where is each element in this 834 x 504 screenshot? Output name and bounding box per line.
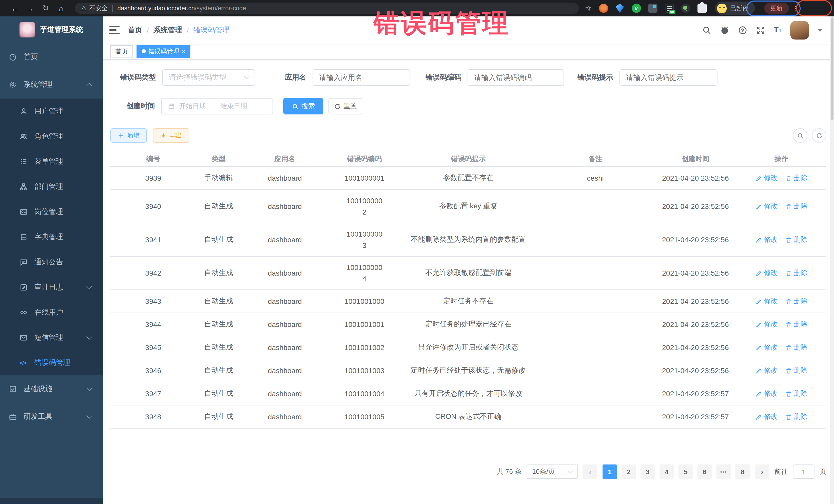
page-button-2[interactable]: 2 bbox=[621, 464, 636, 479]
extensions-puzzle-icon[interactable] bbox=[697, 4, 706, 13]
page-button-8[interactable]: 8 bbox=[736, 464, 750, 479]
cell-actions: 修改 删除 bbox=[737, 319, 826, 330]
error-msg-input[interactable] bbox=[619, 69, 718, 86]
user-avatar[interactable] bbox=[790, 21, 809, 39]
sidebar-item-dictionary[interactable]: 字典管理 bbox=[0, 224, 103, 249]
sidebar-item-posts[interactable]: 岗位管理 bbox=[0, 199, 103, 224]
delete-link[interactable]: 删除 bbox=[785, 366, 808, 375]
prev-page-button[interactable]: ‹ bbox=[583, 464, 597, 479]
sidebar-item-departments[interactable]: 部门管理 bbox=[0, 174, 103, 199]
page-button-4[interactable]: 4 bbox=[659, 464, 674, 479]
chevron-down-icon bbox=[86, 385, 92, 391]
search-icon[interactable] bbox=[702, 25, 711, 35]
tag-error-code[interactable]: 错误码管理 × bbox=[136, 45, 191, 58]
browser-forward-icon[interactable]: → bbox=[23, 4, 38, 13]
extension-icon-orange-shield[interactable] bbox=[599, 4, 608, 13]
sidebar-item-users[interactable]: 用户管理 bbox=[0, 98, 103, 124]
delete-link[interactable]: 删除 bbox=[785, 343, 808, 352]
app-name-input[interactable] bbox=[312, 69, 410, 86]
sidebar-item-menus[interactable]: 菜单管理 bbox=[0, 149, 103, 174]
goto-page-input[interactable] bbox=[793, 464, 814, 479]
edit-link[interactable]: 修改 bbox=[755, 389, 778, 398]
breadcrumb-home[interactable]: 首页 bbox=[128, 25, 142, 35]
page-button-5[interactable]: 5 bbox=[679, 464, 693, 479]
page-button-6[interactable]: 6 bbox=[698, 464, 712, 479]
github-icon[interactable] bbox=[720, 25, 729, 35]
profile-avatar-emoji bbox=[717, 3, 726, 13]
sidebar-item-notices[interactable]: 通知公告 bbox=[0, 249, 103, 275]
error-code-input[interactable] bbox=[467, 69, 564, 86]
extension-icon-dark-list[interactable]: on bbox=[664, 4, 674, 13]
cell-actions: 修改 删除 bbox=[737, 234, 826, 245]
page-more-button[interactable]: ••• bbox=[717, 464, 731, 479]
sidebar-item-error-code[interactable]: </> 错误码管理 bbox=[0, 350, 103, 375]
edit-link[interactable]: 修改 bbox=[755, 268, 778, 278]
error-type-select[interactable]: 请选择错误码类型 bbox=[162, 69, 255, 86]
delete-link[interactable]: 删除 bbox=[785, 202, 808, 211]
browser-back-icon[interactable]: ← bbox=[7, 4, 23, 13]
export-button[interactable]: 导出 bbox=[153, 128, 190, 143]
create-time-range-picker[interactable]: 开始日期 - 结束日期 bbox=[161, 98, 273, 114]
delete-link[interactable]: 删除 bbox=[785, 412, 808, 421]
delete-link[interactable]: 删除 bbox=[785, 235, 808, 244]
sidebar-item-sms[interactable]: 短信管理 bbox=[0, 325, 103, 350]
browser-reload-icon[interactable]: ↻ bbox=[38, 4, 53, 13]
toggle-search-button[interactable] bbox=[793, 128, 807, 143]
delete-link[interactable]: 删除 bbox=[785, 174, 808, 183]
sidebar-item-dev-tools[interactable]: 研发工具 bbox=[0, 403, 103, 431]
search-button[interactable]: 搜索 bbox=[283, 98, 323, 114]
tag-home[interactable]: 首页 bbox=[110, 45, 133, 58]
edit-link[interactable]: 修改 bbox=[755, 202, 778, 211]
edit-link[interactable]: 修改 bbox=[755, 297, 778, 306]
breadcrumb-system[interactable]: 系统管理 bbox=[153, 25, 182, 35]
delete-link[interactable]: 删除 bbox=[785, 297, 808, 306]
browser-update-button[interactable]: 更新 bbox=[764, 3, 789, 14]
add-button[interactable]: 新增 bbox=[110, 128, 147, 143]
sidebar-item-online-users[interactable]: 在线用户 bbox=[0, 300, 103, 325]
edit-link[interactable]: 修改 bbox=[755, 343, 778, 352]
main-area: 首页 / 系统管理 / 错误码管理 ? TT 首页 错误码管理 × bbox=[103, 17, 834, 504]
reset-button[interactable]: 重置 bbox=[328, 98, 363, 114]
extension-icon-green-circle[interactable]: v bbox=[632, 4, 641, 13]
cell-app: dashboard bbox=[241, 389, 328, 399]
sidebar-item-audit-log[interactable]: 审计日志 bbox=[0, 275, 103, 300]
browser-home-icon[interactable]: ⌂ bbox=[53, 4, 69, 13]
sidebar-item-home[interactable]: 首页 bbox=[0, 43, 103, 71]
refresh-button[interactable] bbox=[812, 128, 826, 143]
page-button-1[interactable]: 1 bbox=[602, 464, 617, 479]
browser-profile-button[interactable]: 已暂停 bbox=[715, 2, 755, 15]
delete-link[interactable]: 删除 bbox=[785, 389, 808, 398]
filter-type-label: 错误码类型 bbox=[120, 73, 156, 82]
address-bar[interactable]: ⚠ 不安全 dashboard.yudao.iocoder.cn/system/… bbox=[75, 3, 579, 14]
edit-link[interactable]: 修改 bbox=[755, 320, 778, 329]
extension-icon-green-key[interactable] bbox=[681, 4, 690, 13]
page-scrollbar[interactable] bbox=[830, 17, 834, 504]
sidebar-item-infrastructure[interactable]: 基础设施 bbox=[0, 375, 103, 403]
sidebar-item-roles[interactable]: 角色管理 bbox=[0, 124, 103, 149]
extension-icon-grid[interactable] bbox=[648, 4, 657, 13]
browser-menu-kebab-icon[interactable]: ⋮ bbox=[792, 4, 799, 12]
delete-link[interactable]: 删除 bbox=[785, 320, 808, 329]
sidebar-item-system[interactable]: 系统管理 bbox=[0, 71, 103, 98]
hamburger-icon[interactable] bbox=[109, 26, 119, 34]
bookmark-star-icon[interactable]: ☆ bbox=[585, 4, 592, 12]
help-icon[interactable]: ? bbox=[738, 25, 747, 35]
page-button-3[interactable]: 3 bbox=[640, 464, 655, 479]
edit-link[interactable]: 修改 bbox=[755, 174, 778, 183]
page-size-select[interactable]: 10条/页 bbox=[527, 464, 578, 479]
delete-link[interactable]: 删除 bbox=[785, 268, 808, 278]
cell-app: dashboard bbox=[241, 366, 328, 376]
fullscreen-icon[interactable] bbox=[756, 25, 765, 35]
app-logo-row[interactable]: 芋道管理系统 bbox=[0, 17, 103, 43]
cell-type: 自动生成 bbox=[196, 295, 241, 307]
avatar-caret-down-icon[interactable] bbox=[817, 28, 823, 31]
next-page-button[interactable]: › bbox=[755, 464, 769, 479]
edit-link[interactable]: 修改 bbox=[755, 235, 778, 244]
edit-link[interactable]: 修改 bbox=[755, 412, 778, 421]
font-size-icon[interactable]: TT bbox=[774, 25, 782, 35]
scrollbar-thumb[interactable] bbox=[831, 18, 833, 120]
tag-close-icon[interactable]: × bbox=[182, 48, 185, 54]
edit-link[interactable]: 修改 bbox=[755, 366, 778, 375]
extension-icon-blue-gem[interactable] bbox=[615, 4, 624, 13]
screen: ← → ↻ ⌂ ⚠ 不安全 dashboard.yudao.iocoder.cn… bbox=[0, 0, 834, 504]
